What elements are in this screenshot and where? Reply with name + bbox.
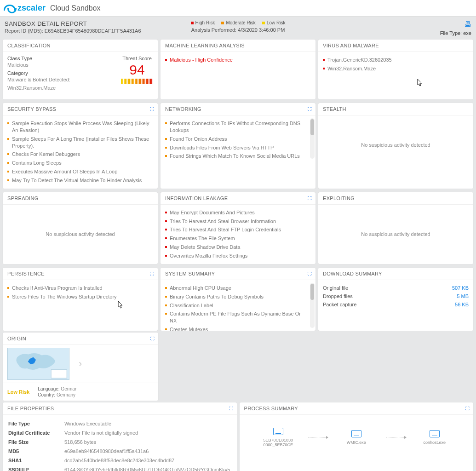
panel-spreading: SPREADING No suspicious activity detecte… — [3, 192, 158, 264]
list-item: Sample Execution Stops While Process Was… — [7, 119, 153, 135]
list-item: May Delete Shadow Drive Data — [165, 243, 311, 252]
logo-icon — [4, 4, 16, 13]
print-icon[interactable]: 🖶 — [285, 20, 471, 29]
process-node[interactable]: WMIC.exe — [336, 430, 377, 445]
process-icon — [351, 430, 361, 437]
scrollbar[interactable] — [310, 283, 315, 328]
threat-meter-icon — [121, 79, 153, 84]
process-node[interactable]: conhost.exe — [414, 430, 455, 445]
expand-icon[interactable]: ⛶ — [465, 406, 469, 411]
panel-security-bypass: SECURITY BYPASS ⛶ Sample Execution Stops… — [3, 103, 158, 189]
list-item: May Try To Detect The Virtual Machine To… — [7, 176, 153, 185]
table-row: Digital CertificateVendor File is not di… — [8, 429, 231, 437]
list-item: Performs Connections To IPs Without Corr… — [165, 119, 304, 135]
risk-legend: High Risk Moderate Risk Low Risk — [191, 20, 286, 25]
analysis-performed: Analysis Performed: 4/3/2020 3:46:00 PM — [191, 27, 286, 33]
list-item: Checks For Kernel Debuggers — [7, 150, 153, 159]
panel-stealth: STEALTH No suspicious activity detected — [318, 103, 473, 189]
legend-moderate: Moderate Risk — [221, 20, 255, 25]
panel-virus-malware: VIRUS AND MALWARE Trojan.GenericKD.32602… — [318, 40, 473, 99]
list-item: Sample Sleeps For A Long Time (Installer… — [7, 135, 153, 150]
panel-persistence: PERSISTENCE ⛶ Checks If Anti-Virus Progr… — [3, 268, 158, 331]
process-icon — [273, 428, 283, 435]
list-item: Overwrites Mozilla Firefox Settings — [165, 252, 311, 260]
panel-ml-analysis: MACHINE LEARNING ANALYSIS Malicious - Hi… — [161, 40, 315, 99]
list-item: Binary Contains Paths To Debug Symbols — [165, 293, 304, 301]
list-item: Tries To Harvest And Steal Browser Infor… — [165, 217, 311, 226]
panel-file-properties: FILE PROPERTIES ⛶ File TypeWindows Execu… — [3, 402, 237, 471]
svg-rect-1 — [51, 369, 67, 378]
list-item: Creates Mutexes — [165, 325, 304, 331]
expand-icon[interactable]: ⛶ — [229, 406, 232, 411]
expand-icon[interactable]: ⛶ — [308, 107, 311, 111]
panel-networking: NETWORKING ⛶ Performs Connections To IPs… — [161, 103, 315, 189]
chevron-right-icon[interactable]: › — [79, 358, 82, 370]
expand-icon[interactable]: ⛶ — [150, 336, 154, 341]
list-item: Downloads Files From Web Servers Via HTT… — [165, 144, 304, 152]
list-item: Malicious - High Confidence — [165, 56, 311, 64]
table-row: File TypeWindows Executable — [8, 419, 231, 428]
panel-origin: ORIGIN ⛶ › Low Risk Language: German Cou… — [3, 333, 158, 401]
list-item: Checks If Anti-Virus Program Is Installe… — [7, 284, 153, 293]
table-row: SSDEEP6144:3/GYr8QYvhH/Ihfkt8Rr0Mw6UI7lT… — [8, 465, 231, 471]
list-item: Enumerates The File System — [165, 234, 311, 243]
list-item: May Encrypt Documents And Pictures — [165, 208, 311, 217]
list-item: Found Strings Which Match To Known Socia… — [165, 152, 304, 161]
brand-text: zscaler — [17, 3, 46, 13]
panel-system-summary: SYSTEM SUMMARY ⛶ Abnormal High CPU Usage… — [161, 268, 315, 331]
file-type-label: File Type: exe — [285, 30, 471, 36]
scrollbar[interactable] — [310, 118, 315, 159]
flow-arrow-icon — [386, 437, 405, 437]
process-node[interactable]: 5EB70CE01030 0000_5EB70CE — [258, 428, 299, 447]
product-title: Cloud Sandbox — [50, 4, 100, 12]
report-id: Report ID (MD5): E69A8EB94F65480980DEAF1… — [5, 28, 191, 34]
panel-exploiting: EXPLOITING No suspicious activity detect… — [318, 192, 473, 264]
panel-download-summary: DOWNLOAD SUMMARY Original file507 KBDrop… — [318, 268, 473, 331]
list-item: Tries To Harvest And Steal FTP Login Cre… — [165, 225, 311, 234]
threat-score: Threat Score 94 — [121, 56, 153, 96]
app-header: zscaler Cloud Sandbox — [0, 0, 476, 17]
legend-high: High Risk — [191, 20, 215, 25]
expand-icon[interactable]: ⛶ — [150, 107, 153, 111]
expand-icon[interactable]: ⛶ — [308, 196, 311, 201]
list-item: Contains Modern PE File Flags Such As Dy… — [165, 310, 304, 325]
report-header: SANDBOX DETAIL REPORT Report ID (MD5): E… — [0, 17, 476, 38]
list-item: Win32.Ransom.Maze — [323, 64, 469, 73]
expand-icon[interactable]: ⛶ — [308, 271, 311, 276]
report-title: SANDBOX DETAIL REPORT — [5, 20, 191, 27]
table-row: File Size518,656 bytes — [8, 438, 231, 446]
list-item: Abnormal High CPU Usage — [165, 284, 304, 293]
panel-info-leakage: INFORMATION LEAKAGE ⛶ May Encrypt Docume… — [161, 192, 315, 264]
panel-classification: CLASSIFICATION Class Type Malicious Cate… — [3, 40, 158, 99]
download-row[interactable]: Original file507 KB — [323, 284, 469, 292]
flow-arrow-icon — [308, 437, 327, 437]
list-item: Found Tor Onion Address — [165, 135, 304, 144]
list-item: Stores Files To The Windows Startup Dire… — [7, 293, 153, 301]
list-item: Trojan.GenericKD.32602035 — [323, 56, 469, 64]
list-item: Posts Data To Web Server — [165, 161, 304, 161]
table-row: SHA1dcd2ab4540bde88f58dec8e8c243e303ec4b… — [8, 456, 231, 465]
download-row[interactable]: Dropped files5 MB — [323, 292, 469, 300]
expand-icon[interactable]: ⛶ — [150, 271, 153, 276]
list-item: Executes Massive Amount Of Sleeps In A L… — [7, 167, 153, 176]
panel-process-summary: PROCESS SUMMARY ⛶ 5EB70CE01030 0000_5EB7… — [240, 402, 474, 471]
download-row[interactable]: Packet capture56 KB — [323, 300, 469, 309]
brand-logo: zscaler — [4, 3, 46, 13]
process-icon — [430, 430, 440, 437]
list-item: Contains Long Sleeps — [7, 159, 153, 167]
map-thumbnail[interactable] — [7, 348, 69, 380]
risk-badge: Low Risk — [7, 389, 29, 395]
table-row: MD5e69a8eb94f65480980deaf1ff5a431a6 — [8, 447, 231, 455]
legend-low: Low Risk — [262, 20, 286, 25]
list-item: Classification Label — [165, 301, 304, 310]
